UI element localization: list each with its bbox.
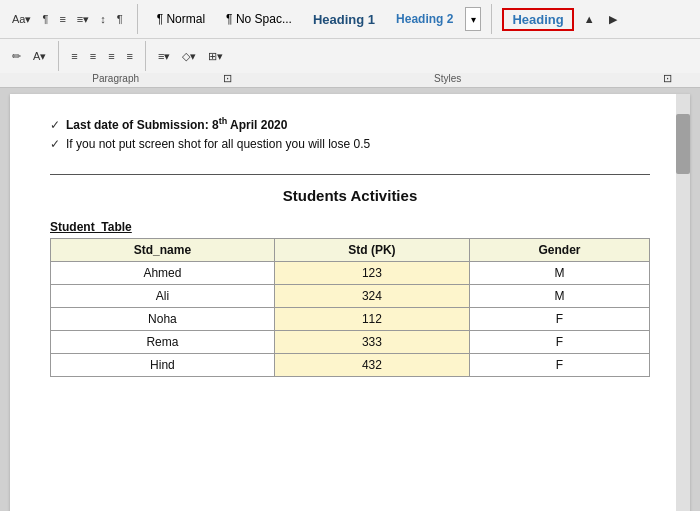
ribbon-section-labels: Paragraph ⊡ Styles ⊡ — [0, 70, 700, 88]
bullet2-text: If you not put screen shot for all quest… — [66, 135, 370, 154]
styles-section-label: Styles — [232, 73, 663, 84]
paragraph-icon[interactable]: ¶ — [38, 11, 52, 27]
table-row: Ahmed123M — [51, 262, 650, 285]
sort-icon[interactable]: ↕ — [96, 11, 110, 27]
cell-pk: 112 — [274, 308, 469, 331]
cell-gender: M — [469, 285, 649, 308]
font-name-btn[interactable]: Aa▾ — [8, 11, 35, 28]
font-group: Aa▾ ¶ ≡ ≡▾ ↕ ¶ — [8, 11, 127, 28]
bullet-item-1: ✓ Last date of Submission: 8th April 202… — [50, 114, 650, 135]
checkmark-1: ✓ — [50, 116, 60, 135]
show-formatting-icon[interactable]: ¶ — [113, 11, 127, 27]
toolbar: Aa▾ ¶ ≡ ≡▾ ↕ ¶ ¶ Normal ¶ No Spac... Hea… — [0, 0, 700, 70]
align-left-btn[interactable]: ≡ — [67, 48, 81, 64]
separator4 — [145, 41, 146, 71]
bullet-item-2: ✓ If you not put screen shot for all que… — [50, 135, 650, 154]
table-row: Ali324M — [51, 285, 650, 308]
bullet1-content: Last date of Submission: 8th April 2020 — [66, 114, 287, 135]
student-table: Std_name Std (PK) Gender Ahmed123MAli324… — [50, 238, 650, 377]
cell-pk: 324 — [274, 285, 469, 308]
arrow-up-btn[interactable]: ▲ — [580, 11, 599, 27]
toolbar-row1: Aa▾ ¶ ≡ ≡▾ ↕ ¶ ¶ Normal ¶ No Spac... Hea… — [0, 0, 700, 38]
table-header-row: Std_name Std (PK) Gender — [51, 239, 650, 262]
separator2 — [491, 4, 492, 34]
table-row: Noha112F — [51, 308, 650, 331]
bullet1-bold: Last date of Submission: 8th April 2020 — [66, 118, 287, 132]
cell-pk: 432 — [274, 354, 469, 377]
document-title: Students Activities — [50, 187, 650, 204]
separator1 — [137, 4, 138, 34]
list-btn[interactable]: ≡▾ — [154, 48, 174, 65]
heading-preview[interactable]: Heading — [502, 8, 573, 31]
bullet-list: ✓ Last date of Submission: 8th April 202… — [50, 114, 650, 154]
document-page: ✓ Last date of Submission: 8th April 202… — [10, 94, 690, 511]
cell-name: Ahmed — [51, 262, 275, 285]
style-normal[interactable]: ¶ Normal — [148, 9, 214, 29]
table-btn[interactable]: ⊞▾ — [204, 48, 227, 65]
col-header-gender: Gender — [469, 239, 649, 262]
list-icon[interactable]: ≡ — [55, 11, 69, 27]
scrollbar-thumb[interactable] — [676, 114, 690, 174]
table-row: Hind432F — [51, 354, 650, 377]
scrollbar[interactable] — [676, 94, 690, 511]
cell-gender: F — [469, 331, 649, 354]
arrow-right-btn[interactable]: ▶ — [605, 11, 621, 28]
checkmark-2: ✓ — [50, 135, 60, 154]
indent-icon[interactable]: ≡▾ — [73, 11, 93, 28]
cell-pk: 123 — [274, 262, 469, 285]
col-header-name: Std_name — [51, 239, 275, 262]
style-heading1[interactable]: Heading 1 — [304, 9, 384, 30]
table-label: Student_Table — [50, 220, 650, 234]
cell-gender: F — [469, 308, 649, 331]
cell-name: Ali — [51, 285, 275, 308]
cell-gender: F — [469, 354, 649, 377]
paragraph-section-label: Paragraph — [8, 73, 223, 84]
cell-name: Hind — [51, 354, 275, 377]
cell-pk: 333 — [274, 331, 469, 354]
paragraph-expand-icon[interactable]: ⊡ — [223, 72, 232, 85]
align-justify-btn[interactable]: ≡ — [123, 48, 137, 64]
styles-group: ¶ Normal ¶ No Spac... Heading 1 Heading … — [148, 7, 482, 31]
align-center-btn[interactable]: ≡ — [86, 48, 100, 64]
style-heading2[interactable]: Heading 2 — [387, 9, 462, 29]
toolbar-row2: ✏ A▾ ≡ ≡ ≡ ≡ ≡▾ ◇▾ ⊞▾ — [0, 38, 700, 73]
table-row: Rema333F — [51, 331, 650, 354]
document-wrapper: ✓ Last date of Submission: 8th April 202… — [0, 88, 700, 511]
col-header-pk: Std (PK) — [274, 239, 469, 262]
section-divider — [50, 174, 650, 175]
align-right-btn[interactable]: ≡ — [104, 48, 118, 64]
shading-btn[interactable]: ◇▾ — [178, 48, 200, 65]
separator3 — [58, 41, 59, 71]
cell-gender: M — [469, 262, 649, 285]
style-nospace[interactable]: ¶ No Spac... — [217, 9, 301, 29]
styles-dropdown[interactable]: ▾ — [465, 7, 481, 31]
pencil-btn[interactable]: ✏ — [8, 48, 25, 65]
font-color-btn[interactable]: A▾ — [29, 48, 50, 65]
cell-name: Rema — [51, 331, 275, 354]
styles-expand-icon[interactable]: ⊡ — [663, 72, 672, 85]
cell-name: Noha — [51, 308, 275, 331]
